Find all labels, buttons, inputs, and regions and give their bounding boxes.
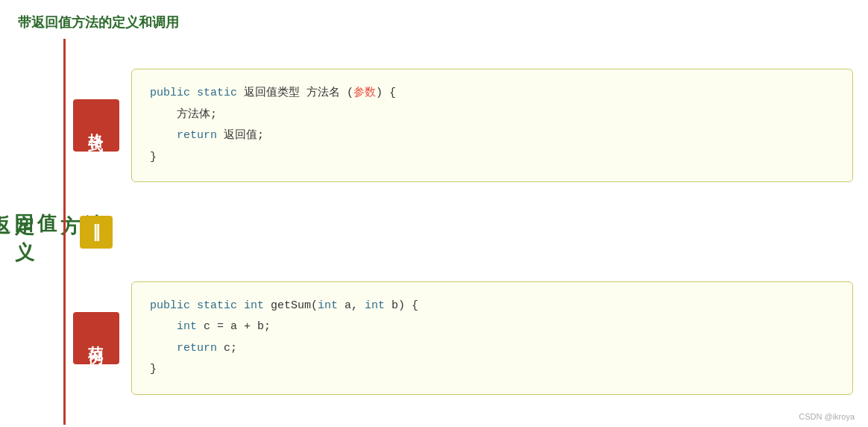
format-badge: 格式 <box>73 99 119 152</box>
example-badge: 范例 <box>73 312 119 364</box>
separator-row: ‖ <box>73 213 853 252</box>
format-section: 格式 public static 返回值类型 方法名 (参数) { 方法体; r… <box>73 39 853 213</box>
format-code-block: public static 返回值类型 方法名 (参数) { 方法体; retu… <box>131 69 853 182</box>
example-code-block: public static int getSum(int a, int b) {… <box>131 281 853 395</box>
watermark: CSDN @ikroya <box>799 412 855 421</box>
left-vertical-label: 带返回值方法 定义 <box>15 39 56 425</box>
red-divider-line <box>63 39 66 425</box>
page-title: 带返回值方法的定义和调用 <box>0 0 868 39</box>
example-section: 范例 public static int getSum(int a, int b… <box>73 252 853 426</box>
separator-badge: ‖ <box>80 216 113 249</box>
